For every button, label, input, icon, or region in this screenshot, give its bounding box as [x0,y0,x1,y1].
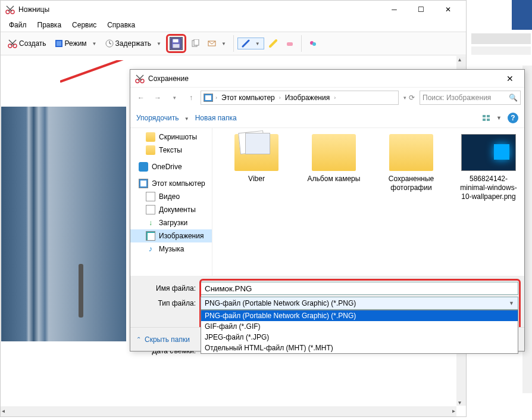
mail-icon [208,39,216,48]
breadcrumb-pc[interactable]: Этот компьютер [220,94,277,102]
tree-downloads[interactable]: ↓Загрузки [130,216,212,229]
address-dropdown[interactable]: ▾ [403,95,406,101]
tree-onedrive[interactable]: OneDrive [130,160,212,173]
music-icon: ♪ [146,244,155,254]
filetype-label: Тип файла: [136,299,201,307]
filename-input[interactable] [201,282,518,295]
maximize-button[interactable]: ☐ [408,1,434,18]
forward-button[interactable]: → [151,91,165,105]
svg-point-23 [312,42,316,46]
view-button[interactable] [482,114,490,122]
menu-service[interactable]: Сервис [67,20,101,30]
svg-line-20 [270,41,276,46]
pictures-icon [146,231,155,241]
minimize-button[interactable]: ─ [381,1,408,18]
tree-music[interactable]: ♪Музыка [130,242,212,256]
help-button[interactable]: ? [508,113,518,123]
menu-file[interactable]: Файл [4,20,32,30]
eraser-icon [286,39,294,48]
folder-icon [312,134,356,171]
svg-rect-17 [194,39,199,45]
dialog-titlebar: Сохранение ✕ [130,70,524,88]
organize-button[interactable]: Упорядочить ▼ [136,114,189,122]
scissors-icon [8,39,17,48]
folder-camera[interactable]: Альбом камеры [304,134,364,183]
dialog-nav: ← → ▾ ↑ › Этот компьютер › Изображения ›… [130,88,524,108]
address-bar[interactable]: › Этот компьютер › Изображения › [201,91,399,105]
downloads-icon: ↓ [146,218,155,228]
tree-texts[interactable]: Тексты [130,144,212,157]
delay-button[interactable]: Задержать ▼ [102,38,165,49]
mode-label: Режим [65,39,87,48]
folder-tree[interactable]: Скриншоты Тексты OneDrive Этот компьютер… [130,128,212,276]
app-icon [135,74,145,83]
folder-icon [146,132,155,142]
eraser-button[interactable] [282,38,298,49]
folder-saved[interactable]: Сохраненные фотографии [381,134,441,192]
file-wallpaper[interactable]: 586824142-minimal-windows-10-wallpaper.p… [459,134,518,201]
breadcrumb-pictures[interactable]: Изображения [283,94,331,102]
svg-rect-29 [483,115,486,117]
refresh-button[interactable]: ⟳ [409,94,415,102]
paint3d-button[interactable] [305,38,321,49]
filetype-dropdown[interactable]: PNG-файл (Portable Network Graphic) (*.P… [201,310,518,354]
send-button[interactable]: ▼ [204,38,230,49]
new-folder-button[interactable]: Новая папка [195,114,237,122]
tree-this-pc[interactable]: Этот компьютер [130,177,212,190]
up-button[interactable]: ↑ [184,91,198,105]
paint3d-icon [309,39,317,48]
view-dropdown[interactable]: ▼ [496,115,502,121]
filename-label: Имя файла: [136,284,201,293]
save-dialog: Сохранение ✕ ← → ▾ ↑ › Этот компьютер › … [130,69,525,351]
video-icon [146,192,155,201]
svg-rect-30 [487,115,490,117]
pen-button[interactable]: ▼ [237,38,264,49]
pc-icon [139,179,148,188]
option-png[interactable]: PNG-файл (Portable Network Graphic) (*.P… [201,310,518,321]
filetype-select[interactable]: PNG-файл (Portable Network Graphic) (*.P… [201,297,518,310]
hide-folders-button[interactable]: ⌃Скрыть папки [136,335,190,344]
back-button[interactable]: ← [134,91,148,105]
file-list[interactable]: Viber Альбом камеры Сохраненные фотограф… [212,128,524,276]
folder-viber[interactable]: Viber [227,134,286,183]
svg-rect-32 [487,119,490,121]
folder-icon [234,134,278,171]
search-input[interactable]: Поиск: Изображения 🔍 [420,91,521,105]
tree-screenshots[interactable]: Скриншоты [130,130,212,144]
mode-button[interactable]: Режим ▼ [51,38,101,49]
mode-icon [55,39,63,48]
svg-rect-21 [287,42,293,46]
menu-edit[interactable]: Правка [33,20,67,30]
menu-help[interactable]: Справка [102,20,140,30]
dialog-close-button[interactable]: ✕ [500,73,520,85]
chevron-down-icon: ▼ [221,41,226,46]
chevron-down-icon: ▼ [509,300,514,306]
dialog-title: Сохранение [148,74,189,83]
recent-button[interactable]: ▾ [167,91,181,105]
tree-video[interactable]: Видео [130,190,212,203]
captured-image [1,107,126,341]
svg-rect-14 [173,39,178,42]
svg-rect-9 [57,41,61,46]
close-button[interactable]: ✕ [434,1,461,18]
search-placeholder: Поиск: Изображения [423,94,506,102]
horizontal-scrollbar[interactable] [1,406,456,416]
pc-icon [204,94,213,102]
delay-label: Задержать [115,39,151,48]
onedrive-icon [139,162,148,172]
save-button[interactable] [170,37,183,50]
svg-rect-31 [483,119,486,121]
option-gif[interactable]: GIF-файл (*.GIF) [201,321,518,332]
highlighter-icon [269,39,277,48]
window-title: Ножницы [18,5,49,14]
new-snip-button[interactable]: Создать [4,38,50,49]
image-thumbnail [461,134,516,171]
option-mht[interactable]: Отдельный HTML-файл (MHT) (*.MHT) [201,343,518,353]
tree-pictures[interactable]: Изображения [130,229,212,242]
folder-icon [389,134,433,171]
option-jpg[interactable]: JPEG-файл (*.JPG) [201,332,518,343]
copy-button[interactable] [187,38,203,49]
highlighter-button[interactable] [265,38,281,49]
tree-documents[interactable]: Документы [130,203,212,216]
documents-icon [146,205,155,214]
